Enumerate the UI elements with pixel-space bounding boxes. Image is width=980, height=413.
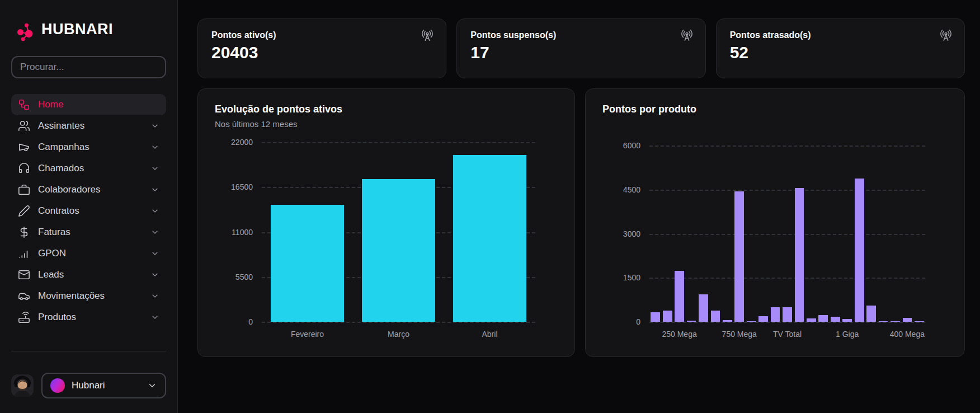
y-axis-tick: 5500 (215, 273, 253, 281)
bar[interactable] (771, 307, 780, 322)
bar-slot (769, 146, 781, 322)
sidebar-item-label: Home (38, 99, 159, 110)
bar[interactable] (734, 191, 744, 322)
headset-icon (18, 162, 30, 175)
sidebar-item-faturas[interactable]: Faturas (11, 222, 166, 243)
sidebar-item-assinantes[interactable]: Assinantes (11, 115, 166, 137)
chevron-down-icon (150, 249, 159, 258)
sidebar-item-label: GPON (38, 248, 143, 259)
sidebar-item-label: Contratos (38, 205, 143, 217)
bar[interactable] (651, 312, 660, 322)
bar-slot (353, 142, 444, 322)
bar-slot (817, 146, 829, 322)
chart-title: Pontos por produto (602, 104, 948, 115)
bars-area (262, 142, 535, 322)
car-icon (18, 290, 30, 302)
stat-label: Pontos suspenso(s) (470, 30, 691, 40)
charts-row: Evolução de pontos ativos Nos últimos 12… (197, 88, 965, 357)
sidebar-item-campanhas[interactable]: Campanhas (11, 137, 166, 158)
sidebar-item-colaboradores[interactable]: Colaboradores (11, 179, 166, 200)
sidebar-item-produtos[interactable]: Produtos (11, 307, 166, 328)
sidebar-item-label: Chamados (38, 163, 143, 174)
sidebar-item-label: Colaboradores (38, 184, 143, 195)
bar[interactable] (818, 315, 828, 322)
bar-slot (722, 146, 733, 322)
bar[interactable] (711, 311, 720, 322)
bar[interactable] (758, 316, 768, 322)
bar[interactable] (866, 306, 876, 322)
megaphone-icon (18, 141, 30, 153)
avatar[interactable] (11, 374, 34, 397)
signal-icon (18, 247, 30, 260)
workflow-icon (18, 98, 30, 111)
chevron-down-icon (150, 228, 159, 237)
bar-slot (853, 146, 865, 322)
bar[interactable] (453, 155, 526, 322)
bar-slot (781, 146, 793, 322)
dollar-icon (18, 226, 30, 238)
bar[interactable] (271, 205, 343, 322)
bar[interactable] (783, 307, 792, 322)
bar-slot (793, 146, 805, 322)
chevron-down-icon (150, 292, 159, 301)
bar[interactable] (831, 317, 840, 322)
x-axis-labels: FevereiroMarçoAbril (262, 322, 535, 342)
y-axis-tick: 22000 (215, 138, 253, 147)
sidebar-item-label: Produtos (38, 312, 143, 323)
user-menu-button[interactable]: Hubnari (41, 373, 166, 398)
bars-area (649, 146, 925, 322)
mail-icon (18, 269, 30, 281)
bar-chart-pontos-ativos: 05500110001650022000FevereiroMarçoAbril (215, 142, 558, 342)
bar-slot (661, 146, 673, 322)
search-input-wrapper (11, 56, 166, 78)
x-axis-labels: 250 Mega750 MegaTV Total1 Giga400 Mega (649, 322, 925, 342)
sidebar-item-home[interactable]: Home (11, 94, 166, 115)
sidebar-item-contratos[interactable]: Contratos (11, 200, 166, 222)
sidebar-item-label: Movimentações (38, 290, 143, 302)
stat-card: Pontos atrasado(s)52 (716, 18, 965, 78)
users-icon (18, 120, 30, 132)
user-row: Hubnari (11, 373, 166, 398)
user-gradient-dot (50, 378, 65, 393)
bar[interactable] (362, 179, 435, 322)
sidebar-item-movimentacoes[interactable]: Movimentações (11, 285, 166, 307)
bar[interactable] (903, 318, 912, 322)
y-axis-tick: 11000 (215, 228, 253, 237)
bar-slot (746, 146, 757, 322)
bar[interactable] (675, 271, 684, 322)
stat-label: Pontos atrasado(s) (730, 30, 951, 40)
chevron-down-icon (150, 143, 159, 152)
x-axis-tick: Fevereiro (291, 330, 324, 339)
x-axis-tick: 750 Mega (722, 330, 757, 339)
chevron-down-icon (150, 313, 159, 322)
logo[interactable]: HUBNARI (11, 13, 166, 45)
bar[interactable] (795, 188, 804, 322)
stat-label: Pontos ativo(s) (211, 30, 432, 40)
sidebar-item-label: Assinantes (38, 120, 143, 132)
bar-slot (913, 146, 925, 322)
bar-chart-pontos-por-produto: 01500300045006000250 Mega750 MegaTV Tota… (602, 146, 948, 342)
x-axis-tick: 250 Mega (662, 330, 696, 339)
bar[interactable] (663, 311, 672, 322)
sidebar-item-leads[interactable]: Leads (11, 264, 166, 285)
sidebar-item-label: Leads (38, 269, 143, 280)
y-axis-tick: 0 (215, 317, 253, 326)
bar-slot (649, 146, 661, 322)
y-axis-tick: 4500 (602, 185, 640, 194)
x-axis-tick: 400 Mega (890, 330, 925, 339)
sidebar-item-gpon[interactable]: GPON (11, 243, 166, 264)
sidebar-item-label: Campanhas (38, 142, 143, 153)
bar[interactable] (855, 179, 864, 322)
y-axis-tick: 1500 (602, 273, 640, 282)
stats-row: Pontos ativo(s)20403Pontos suspenso(s)17… (197, 18, 965, 78)
bar-slot (698, 146, 709, 322)
search-input[interactable] (11, 56, 166, 78)
bar-slot (262, 142, 353, 322)
chart-subtitle: Nos últimos 12 meses (215, 119, 558, 129)
bar[interactable] (699, 294, 708, 322)
chart-card-pontos-ativos: Evolução de pontos ativos Nos últimos 12… (197, 88, 575, 357)
sidebar-item-chamados[interactable]: Chamados (11, 158, 166, 179)
y-axis-tick: 16500 (215, 182, 253, 191)
stat-value: 20403 (211, 43, 432, 62)
chart-card-pontos-por-produto: Pontos por produto 01500300045006000250 … (585, 88, 965, 357)
